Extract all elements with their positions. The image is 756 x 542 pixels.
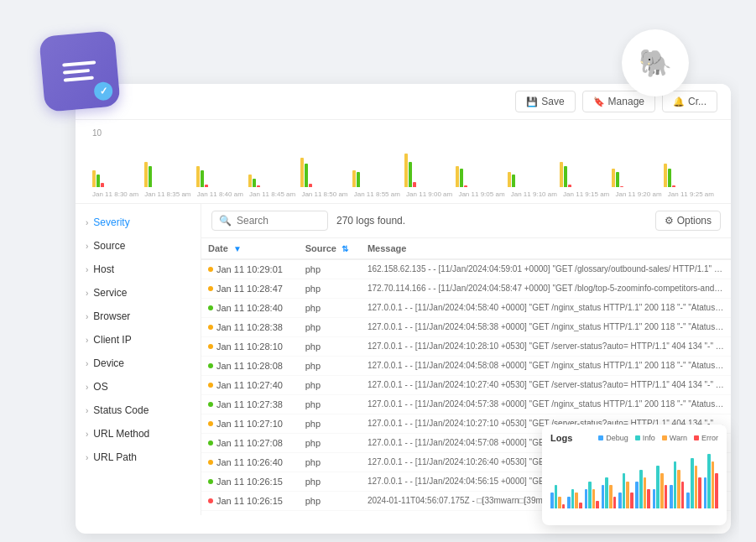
chevron-right-icon: › (86, 336, 88, 345)
mini-bar-red (715, 473, 718, 508)
logo-line-1 (62, 60, 96, 66)
chart-bar-yellow (664, 164, 667, 187)
filter-item-service[interactable]: ›Service (76, 281, 201, 305)
chevron-right-icon: › (86, 430, 88, 439)
chart-bar-red (464, 185, 467, 187)
create-button-label: Cr... (688, 96, 706, 107)
chart-time-label: Jan 11 9:15 am (563, 190, 609, 198)
mini-chart-overlay: Logs DebugInfoWarnError (542, 425, 727, 525)
filter-label: OS (93, 381, 107, 393)
mini-bar-blue (653, 489, 656, 508)
chevron-right-icon: › (86, 453, 88, 462)
table-row[interactable]: Jan 11 10:28:40php127.0.0.1 - - [11/Jan/… (201, 299, 731, 318)
timeline-chart: 10 Jan 11 8:30 amJan 11 8:35 amJan 11 8:… (76, 120, 731, 204)
mini-bar-blue (635, 482, 639, 509)
sort-asc-icon: ⇅ (342, 244, 348, 253)
chart-bar-yellow (248, 175, 252, 187)
mini-bar-red (665, 485, 668, 508)
filter-label: URL Method (93, 428, 149, 440)
search-input[interactable] (237, 215, 321, 227)
date-cell: Jan 11 10:28:47 (201, 279, 299, 299)
source-column-header[interactable]: Source ⇅ (299, 238, 361, 259)
mini-bar-orange (712, 461, 715, 508)
date-cell: Jan 11 10:26:15 (201, 492, 299, 511)
chevron-right-icon: › (86, 359, 88, 368)
chart-bar-red (205, 185, 208, 187)
chart-time-label: Jan 11 8:50 am (301, 190, 347, 198)
filter-item-status-code[interactable]: ›Status Code (76, 399, 201, 422)
filter-item-severity[interactable]: ›Severity (76, 211, 201, 234)
message-cell: 127.0.0.1 - - [11/Jan/2024:04:57:38 +000… (361, 395, 731, 414)
legend-label: Error (701, 434, 718, 442)
options-button[interactable]: ⚙ Options (655, 211, 721, 231)
mini-chart-title: Logs (550, 433, 572, 443)
date-value: Jan 11 10:28:38 (216, 322, 283, 332)
table-row[interactable]: Jan 11 10:28:38php127.0.0.1 - - [11/Jan/… (201, 318, 731, 337)
mini-bar-red (579, 503, 582, 508)
filter-item-url-path[interactable]: ›URL Path (76, 446, 201, 469)
chart-bar-green (96, 175, 100, 187)
chevron-right-icon: › (86, 406, 88, 415)
chart-bar-group (612, 169, 662, 187)
chart-time-label: Jan 11 8:55 am (354, 190, 400, 198)
mini-bar-group (704, 454, 718, 508)
table-row[interactable]: Jan 11 10:27:38php127.0.0.1 - - [11/Jan/… (201, 395, 731, 414)
severity-dot (208, 460, 213, 465)
chart-bar-green (357, 172, 360, 187)
date-cell: Jan 11 10:26:15 (201, 472, 299, 492)
chart-bar-red (101, 183, 104, 187)
chart-bar-red (672, 185, 675, 187)
source-cell: php (299, 434, 361, 453)
mini-bar-blue (670, 485, 673, 508)
date-column-header[interactable]: Date ▼ (201, 238, 299, 259)
filter-item-url-method[interactable]: ›URL Method (76, 422, 201, 446)
date-value: Jan 11 10:27:40 (216, 380, 283, 390)
filter-label: Device (93, 357, 124, 369)
mini-bar-red (613, 497, 617, 508)
source-column-label: Source (305, 243, 336, 253)
chart-time-label: Jan 11 8:35 am (144, 190, 190, 198)
mini-bar-orange (575, 492, 578, 508)
table-row[interactable]: Jan 11 10:28:47php172.70.114.166 - - [11… (201, 279, 731, 299)
date-cell: Jan 11 10:26:10 (201, 511, 299, 516)
create-button[interactable]: 🔔 Cr... (662, 91, 717, 112)
chart-bar-red (620, 186, 623, 187)
mini-bar-teal (707, 454, 711, 508)
mini-bar-group (550, 485, 565, 508)
filter-item-source[interactable]: ›Source (76, 234, 201, 258)
filter-label: Status Code (93, 404, 149, 416)
table-row[interactable]: Jan 11 10:29:01php162.158.62.135 - - [11… (201, 259, 731, 279)
save-button[interactable]: 💾 Save (515, 91, 575, 112)
search-box[interactable]: 🔍 (211, 211, 328, 231)
legend-label: Warn (670, 434, 687, 442)
severity-dot (208, 286, 213, 291)
mini-bar-orange (626, 482, 629, 509)
source-cell: php (299, 453, 361, 472)
mini-bar-red (596, 501, 599, 508)
filter-sidebar: ›Severity›Source›Host›Service›Browser›Cl… (76, 204, 201, 515)
table-row[interactable]: Jan 11 10:28:08php127.0.0.1 - - [11/Jan/… (201, 357, 731, 376)
date-cell: Jan 11 10:28:10 (201, 337, 299, 357)
table-row[interactable]: Jan 11 10:27:40php127.0.0.1 - - [11/Jan/… (201, 376, 731, 395)
mini-bar-teal (639, 470, 643, 508)
filter-item-device[interactable]: ›Device (76, 352, 201, 375)
chart-bars-container (92, 141, 714, 187)
mini-bar-teal (656, 466, 660, 508)
filter-label: Browser (93, 310, 130, 322)
chart-bar-green (460, 169, 463, 187)
legend-label: Info (643, 434, 655, 442)
chart-bar-green (668, 169, 671, 187)
chart-bar-group (352, 170, 403, 187)
filter-item-host[interactable]: ›Host (76, 258, 201, 281)
chart-bar-red (413, 182, 416, 187)
chart-bar-group (300, 158, 351, 187)
filter-item-client-ip[interactable]: ›Client IP (76, 328, 201, 352)
filter-item-os[interactable]: ›OS (76, 375, 201, 399)
mini-bar-blue (618, 492, 622, 508)
table-row[interactable]: Jan 11 10:28:10php127.0.0.1 - - [11/Jan/… (201, 337, 731, 357)
table-header-row: Date ▼ Source ⇅ Message (201, 238, 731, 259)
mini-bar-orange (558, 497, 561, 508)
filter-item-browser[interactable]: ›Browser (76, 305, 201, 328)
chart-time-label: Jan 11 9:25 am (668, 190, 714, 198)
message-cell: 172.70.114.166 - - [11/Jan/2024:04:58:47… (361, 279, 731, 299)
